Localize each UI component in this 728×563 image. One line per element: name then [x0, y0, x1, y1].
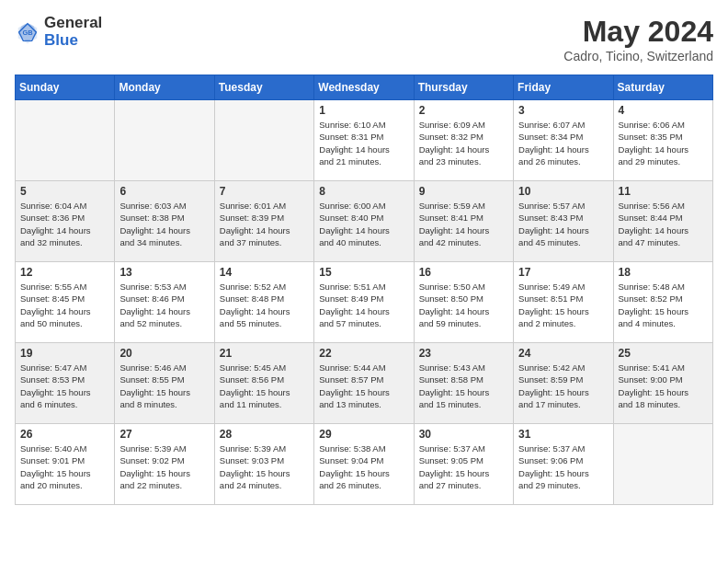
- day-header-sunday: Sunday: [16, 75, 115, 100]
- day-info: Sunrise: 5:52 AM Sunset: 8:48 PM Dayligh…: [220, 281, 309, 329]
- day-number: 3: [518, 104, 608, 117]
- day-number: 13: [119, 266, 209, 279]
- day-info: Sunrise: 6:06 AM Sunset: 8:35 PM Dayligh…: [619, 119, 708, 167]
- day-info: Sunrise: 5:40 AM Sunset: 9:01 PM Dayligh…: [20, 442, 109, 491]
- logo-blue: Blue: [44, 32, 102, 50]
- day-number: 17: [518, 266, 608, 279]
- day-cell: 30Sunrise: 5:37 AM Sunset: 9:05 PM Dayli…: [414, 424, 513, 505]
- day-cell: 17Sunrise: 5:49 AM Sunset: 8:51 PM Dayli…: [514, 262, 613, 343]
- day-cell: 15Sunrise: 5:51 AM Sunset: 8:49 PM Dayli…: [314, 262, 414, 343]
- day-cell: 29Sunrise: 5:38 AM Sunset: 9:04 PM Dayli…: [314, 424, 414, 505]
- calendar-table: SundayMondayTuesdayWednesdayThursdayFrid…: [15, 75, 713, 505]
- day-cell: 16Sunrise: 5:50 AM Sunset: 8:50 PM Dayli…: [414, 262, 513, 343]
- title-block: May 2024 Cadro, Ticino, Switzerland: [563, 15, 713, 63]
- day-info: Sunrise: 6:09 AM Sunset: 8:32 PM Dayligh…: [419, 119, 508, 167]
- day-cell: 5Sunrise: 6:04 AM Sunset: 8:36 PM Daylig…: [16, 181, 115, 262]
- day-info: Sunrise: 5:46 AM Sunset: 8:55 PM Dayligh…: [119, 362, 209, 410]
- day-info: Sunrise: 6:01 AM Sunset: 8:39 PM Dayligh…: [220, 200, 309, 248]
- day-number: 2: [419, 104, 508, 117]
- day-header-thursday: Thursday: [414, 75, 513, 100]
- day-info: Sunrise: 5:47 AM Sunset: 8:53 PM Dayligh…: [20, 362, 109, 410]
- day-cell: [16, 100, 115, 181]
- day-number: 5: [20, 185, 109, 198]
- day-number: 25: [619, 347, 708, 360]
- day-cell: 2Sunrise: 6:09 AM Sunset: 8:32 PM Daylig…: [414, 100, 513, 181]
- day-cell: 27Sunrise: 5:39 AM Sunset: 9:02 PM Dayli…: [115, 424, 214, 505]
- day-info: Sunrise: 5:38 AM Sunset: 9:04 PM Dayligh…: [319, 442, 408, 491]
- day-info: Sunrise: 5:51 AM Sunset: 8:49 PM Dayligh…: [319, 281, 408, 329]
- day-info: Sunrise: 5:37 AM Sunset: 9:05 PM Dayligh…: [419, 442, 508, 491]
- day-number: 28: [220, 428, 309, 441]
- day-cell: 31Sunrise: 5:37 AM Sunset: 9:06 PM Dayli…: [514, 424, 613, 505]
- day-cell: 4Sunrise: 6:06 AM Sunset: 8:35 PM Daylig…: [613, 100, 712, 181]
- day-number: 27: [119, 428, 209, 441]
- day-number: 1: [319, 104, 408, 117]
- day-number: 19: [20, 347, 109, 360]
- week-row-2: 5Sunrise: 6:04 AM Sunset: 8:36 PM Daylig…: [16, 181, 713, 262]
- day-cell: [613, 424, 712, 505]
- day-number: 10: [518, 185, 608, 198]
- day-info: Sunrise: 5:53 AM Sunset: 8:46 PM Dayligh…: [119, 281, 209, 329]
- day-number: 11: [619, 185, 708, 198]
- day-info: Sunrise: 6:03 AM Sunset: 8:38 PM Dayligh…: [119, 200, 209, 248]
- day-info: Sunrise: 5:56 AM Sunset: 8:44 PM Dayligh…: [619, 200, 708, 248]
- svg-text:GB: GB: [22, 28, 33, 36]
- day-cell: 10Sunrise: 5:57 AM Sunset: 8:43 PM Dayli…: [514, 181, 613, 262]
- day-cell: 20Sunrise: 5:46 AM Sunset: 8:55 PM Dayli…: [115, 343, 214, 424]
- day-number: 12: [20, 266, 109, 279]
- day-info: Sunrise: 5:39 AM Sunset: 9:03 PM Dayligh…: [220, 442, 309, 491]
- week-row-1: 1Sunrise: 6:10 AM Sunset: 8:31 PM Daylig…: [16, 100, 713, 181]
- day-info: Sunrise: 5:43 AM Sunset: 8:58 PM Dayligh…: [419, 362, 508, 410]
- day-cell: 19Sunrise: 5:47 AM Sunset: 8:53 PM Dayli…: [16, 343, 115, 424]
- day-cell: 8Sunrise: 6:00 AM Sunset: 8:40 PM Daylig…: [314, 181, 414, 262]
- day-number: 29: [319, 428, 408, 441]
- day-info: Sunrise: 5:45 AM Sunset: 8:56 PM Dayligh…: [220, 362, 309, 410]
- day-number: 23: [419, 347, 508, 360]
- main-title: May 2024: [563, 15, 713, 49]
- week-row-4: 19Sunrise: 5:47 AM Sunset: 8:53 PM Dayli…: [16, 343, 713, 424]
- day-info: Sunrise: 6:10 AM Sunset: 8:31 PM Dayligh…: [319, 119, 408, 167]
- day-cell: 7Sunrise: 6:01 AM Sunset: 8:39 PM Daylig…: [214, 181, 313, 262]
- day-info: Sunrise: 5:49 AM Sunset: 8:51 PM Dayligh…: [518, 281, 608, 329]
- page-container: GB General Blue May 2024 Cadro, Ticino, …: [15, 15, 713, 505]
- day-header-friday: Friday: [514, 75, 613, 100]
- day-number: 20: [119, 347, 209, 360]
- day-cell: 23Sunrise: 5:43 AM Sunset: 8:58 PM Dayli…: [414, 343, 513, 424]
- day-info: Sunrise: 6:04 AM Sunset: 8:36 PM Dayligh…: [20, 200, 109, 248]
- day-cell: 1Sunrise: 6:10 AM Sunset: 8:31 PM Daylig…: [314, 100, 414, 181]
- day-number: 15: [319, 266, 408, 279]
- day-info: Sunrise: 5:37 AM Sunset: 9:06 PM Dayligh…: [518, 442, 608, 491]
- day-number: 6: [119, 185, 209, 198]
- day-cell: 18Sunrise: 5:48 AM Sunset: 8:52 PM Dayli…: [613, 262, 712, 343]
- day-info: Sunrise: 6:00 AM Sunset: 8:40 PM Dayligh…: [319, 200, 408, 248]
- day-header-wednesday: Wednesday: [314, 75, 414, 100]
- header: GB General Blue May 2024 Cadro, Ticino, …: [15, 15, 713, 63]
- day-number: 22: [319, 347, 408, 360]
- day-info: Sunrise: 5:42 AM Sunset: 8:59 PM Dayligh…: [518, 362, 608, 410]
- day-cell: 13Sunrise: 5:53 AM Sunset: 8:46 PM Dayli…: [115, 262, 214, 343]
- day-number: 21: [220, 347, 309, 360]
- day-cell: 21Sunrise: 5:45 AM Sunset: 8:56 PM Dayli…: [214, 343, 313, 424]
- day-number: 14: [220, 266, 309, 279]
- day-header-saturday: Saturday: [613, 75, 712, 100]
- day-number: 31: [518, 428, 608, 441]
- day-info: Sunrise: 5:59 AM Sunset: 8:41 PM Dayligh…: [419, 200, 508, 248]
- day-info: Sunrise: 6:07 AM Sunset: 8:34 PM Dayligh…: [518, 119, 608, 167]
- day-number: 8: [319, 185, 408, 198]
- subtitle: Cadro, Ticino, Switzerland: [563, 49, 713, 63]
- logo-text: General Blue: [44, 15, 102, 49]
- logo-general: General: [44, 15, 102, 32]
- day-cell: 14Sunrise: 5:52 AM Sunset: 8:48 PM Dayli…: [214, 262, 313, 343]
- day-info: Sunrise: 5:57 AM Sunset: 8:43 PM Dayligh…: [518, 200, 608, 248]
- logo-icon: GB: [15, 19, 40, 45]
- day-cell: 11Sunrise: 5:56 AM Sunset: 8:44 PM Dayli…: [613, 181, 712, 262]
- day-cell: 3Sunrise: 6:07 AM Sunset: 8:34 PM Daylig…: [514, 100, 613, 181]
- day-cell: 12Sunrise: 5:55 AM Sunset: 8:45 PM Dayli…: [16, 262, 115, 343]
- day-number: 16: [419, 266, 508, 279]
- day-cell: [115, 100, 214, 181]
- day-info: Sunrise: 5:55 AM Sunset: 8:45 PM Dayligh…: [20, 281, 109, 329]
- day-header-monday: Monday: [115, 75, 214, 100]
- day-header-tuesday: Tuesday: [214, 75, 313, 100]
- day-info: Sunrise: 5:44 AM Sunset: 8:57 PM Dayligh…: [319, 362, 408, 410]
- day-info: Sunrise: 5:50 AM Sunset: 8:50 PM Dayligh…: [419, 281, 508, 329]
